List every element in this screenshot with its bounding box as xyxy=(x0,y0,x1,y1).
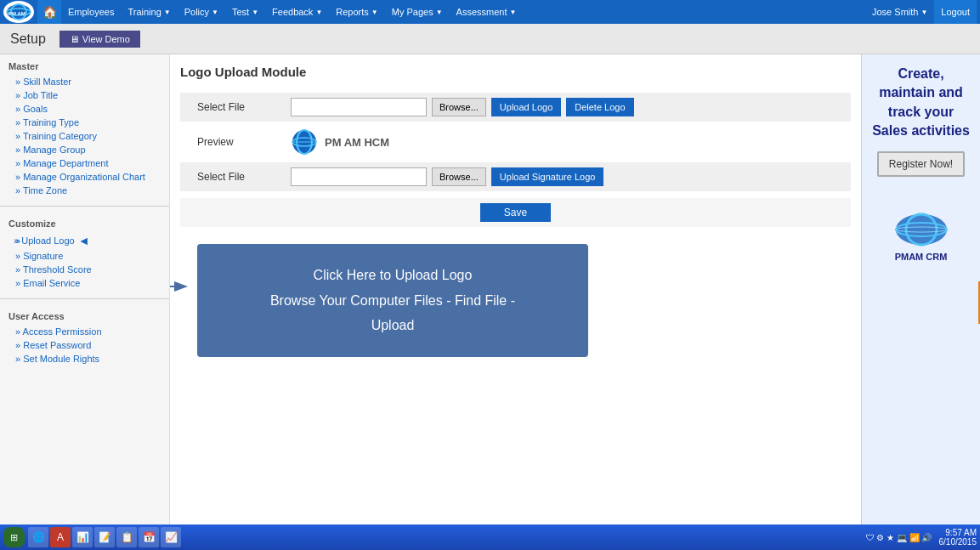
sidebar-section-user-access-title: User Access xyxy=(8,311,161,321)
select-file-controls: Browse... Upload Logo Delete Logo xyxy=(291,98,634,116)
nav-right: Jose Smith ▼ Logout xyxy=(865,0,977,24)
sidebar-item-training-type[interactable]: Training Type xyxy=(8,116,161,129)
taskbar-app-icon2[interactable]: 📝 xyxy=(94,527,115,547)
nav-assessment[interactable]: Assessment ▼ xyxy=(450,0,524,24)
tooltip-line1: Click Here to Upload Logo xyxy=(214,264,571,286)
windows-icon: ⊞ xyxy=(10,532,18,542)
setup-bar: Setup 🖥 View Demo xyxy=(0,24,980,54)
sidebar-divider-1 xyxy=(0,206,169,207)
logout-button[interactable]: Logout xyxy=(934,0,977,24)
pmam-crm-icon xyxy=(892,211,951,249)
sidebar-item-set-module-rights[interactable]: Set Module Rights xyxy=(8,352,161,366)
taskbar-icons: 🌐 A 📊 📝 📋 📅 📈 xyxy=(28,527,181,547)
preview-logo-area: PM AM HCM xyxy=(291,128,389,156)
tooltip-line3: Upload xyxy=(214,315,571,337)
taskbar-app-icon5[interactable]: 📈 xyxy=(161,527,181,547)
sidebar-item-skill-master[interactable]: Skill Master xyxy=(8,75,161,88)
sidebar-item-signature[interactable]: Signature xyxy=(8,249,161,263)
register-now-button[interactable]: Register Now! xyxy=(877,151,965,177)
tooltip-box: Click Here to Upload Logo Browse Your Co… xyxy=(197,244,588,357)
tooltip-line2: Browse Your Computer Files - Find File - xyxy=(214,290,571,312)
nav-reports[interactable]: Reports ▼ xyxy=(329,0,384,24)
sidebar-item-job-title[interactable]: Job Title xyxy=(8,88,161,102)
tooltip-arrow-svg xyxy=(170,261,197,312)
browse-button-2[interactable]: Browse... xyxy=(432,167,486,186)
sidebar-section-master-title: Master xyxy=(8,61,161,71)
delete-logo-button[interactable]: Delete Logo xyxy=(566,98,633,116)
tooltip-area: Click Here to Upload Logo Browse Your Co… xyxy=(180,244,851,357)
nav-items: Employees Training ▼ Policy ▼ Test ▼ Fee… xyxy=(61,0,865,24)
sidebar-section-user-access: User Access Access Permission Reset Pass… xyxy=(0,304,169,369)
taskbar-app-icon3[interactable]: 📋 xyxy=(116,527,137,547)
pmam-crm-label: PMAM CRM xyxy=(892,252,951,262)
app-logo: PM AM xyxy=(3,1,34,23)
setup-title: Setup xyxy=(10,31,46,47)
nav-user: Jose Smith ▼ xyxy=(865,7,934,17)
sidebar-section-customize-title: Customize xyxy=(8,218,161,229)
sidebar-item-email-service[interactable]: Email Service xyxy=(8,276,161,290)
svg-text:PM AM: PM AM xyxy=(8,11,25,16)
taskbar-sys-icons: 🛡 ⚙ ★ 💻 📶 🔊 xyxy=(866,533,932,542)
select-file-label-2: Select File xyxy=(189,171,291,183)
nav-training[interactable]: Training ▼ xyxy=(121,0,177,24)
start-button[interactable]: ⊞ xyxy=(3,527,25,547)
form-row-signature-file: Select File Browse... Upload Signature L… xyxy=(180,162,851,191)
form-row-preview: Preview PM AM HCM xyxy=(180,123,851,161)
pmam-crm-section: PMAM CRM xyxy=(892,211,951,262)
sidebar-item-reset-password[interactable]: Reset Password xyxy=(8,338,161,352)
right-ad-panel: Create, maintain and track your Sales ac… xyxy=(861,54,980,550)
taskbar-app-icon1[interactable]: 📊 xyxy=(72,527,93,547)
browse-button-1[interactable]: Browse... xyxy=(432,98,486,116)
taskbar-pdf-icon[interactable]: A xyxy=(50,527,71,547)
view-demo-button[interactable]: 🖥 View Demo xyxy=(59,31,140,48)
preview-label: Preview xyxy=(189,136,291,148)
nav-feedback[interactable]: Feedback ▼ xyxy=(265,0,329,24)
nav-mypages[interactable]: My Pages ▼ xyxy=(385,0,450,24)
file-input-display xyxy=(291,98,427,116)
taskbar-app-icon4[interactable]: 📅 xyxy=(139,527,159,547)
upload-logo-button[interactable]: Upload Logo xyxy=(491,98,561,116)
taskbar-datetime: 9:57 AM 6/10/2015 xyxy=(939,528,977,547)
sidebar-section-master: Master Skill Master Job Title Goals Trai… xyxy=(0,54,169,201)
arrow-left-icon: ◄ xyxy=(78,234,90,247)
sidebar-divider-2 xyxy=(0,298,169,299)
sidebar-item-manage-org-chart[interactable]: Manage Organizational Chart xyxy=(8,170,161,184)
save-button[interactable]: Save xyxy=(480,203,551,222)
sidebar-item-time-zone[interactable]: Time Zone xyxy=(8,184,161,197)
main-layout: Master Skill Master Job Title Goals Trai… xyxy=(0,54,980,550)
sidebar-item-access-permission[interactable]: Access Permission xyxy=(8,325,161,338)
sidebar-item-threshold-score[interactable]: Threshold Score xyxy=(8,263,161,276)
top-navigation: PM AM 🏠 Employees Training ▼ Policy ▼ Te… xyxy=(0,0,980,24)
ad-text: Create, maintain and track your Sales ac… xyxy=(869,65,973,141)
sidebar: Master Skill Master Job Title Goals Trai… xyxy=(0,54,170,550)
sidebar-item-upload-logo[interactable]: » Upload Logo ◄ xyxy=(8,232,161,249)
svg-point-10 xyxy=(896,214,947,245)
content-area: Logo Upload Module Select File Browse...… xyxy=(170,54,861,550)
preview-company-name: PM AM HCM xyxy=(325,136,389,149)
nav-test[interactable]: Test ▼ xyxy=(225,0,265,24)
signature-file-controls: Browse... Upload Signature Logo xyxy=(291,167,603,186)
upload-signature-button[interactable]: Upload Signature Logo xyxy=(491,167,604,186)
save-row: Save xyxy=(180,198,851,227)
sidebar-item-manage-department[interactable]: Manage Department xyxy=(8,156,161,170)
module-title: Logo Upload Module xyxy=(180,65,851,82)
sidebar-item-manage-group[interactable]: Manage Group xyxy=(8,143,161,156)
nav-policy[interactable]: Policy ▼ xyxy=(178,0,225,24)
nav-employees[interactable]: Employees xyxy=(61,0,121,24)
taskbar: ⊞ 🌐 A 📊 📝 📋 📅 📈 🛡 ⚙ ★ 💻 📶 🔊 9:57 AM 6/10… xyxy=(0,524,980,550)
sidebar-section-customize: Customize » Upload Logo ◄ Signature Thre… xyxy=(0,212,169,293)
module-container: Logo Upload Module Select File Browse...… xyxy=(170,54,861,367)
preview-globe-icon xyxy=(291,128,318,156)
select-file-label: Select File xyxy=(189,101,291,113)
taskbar-ie-icon[interactable]: 🌐 xyxy=(28,527,48,547)
home-button[interactable]: 🏠 xyxy=(37,0,61,24)
sidebar-item-training-category[interactable]: Training Category xyxy=(8,129,161,143)
monitor-icon: 🖥 xyxy=(70,34,79,44)
sidebar-item-goals[interactable]: Goals xyxy=(8,102,161,116)
taskbar-right: 🛡 ⚙ ★ 💻 📶 🔊 9:57 AM 6/10/2015 xyxy=(866,528,977,547)
signature-file-input-display xyxy=(291,167,427,186)
form-row-select-file: Select File Browse... Upload Logo Delete… xyxy=(180,93,851,122)
